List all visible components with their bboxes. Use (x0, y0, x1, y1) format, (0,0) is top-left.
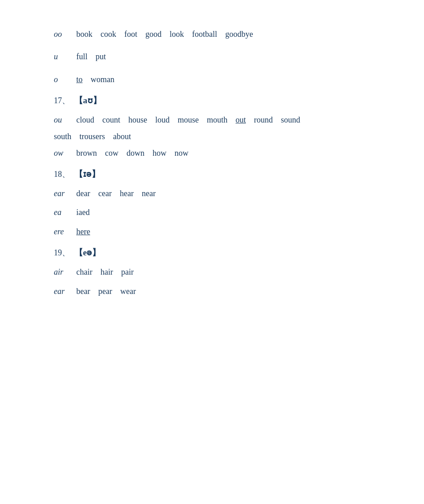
word-bear: bear (76, 284, 90, 298)
ere-label: ere (54, 224, 76, 239)
section-17-heading: 17、 【aʊ】 (54, 95, 370, 106)
word-hair: hair (101, 265, 113, 279)
word-loud: loud (155, 113, 170, 127)
word-wear: wear (120, 284, 136, 298)
word-near: near (142, 186, 156, 201)
ow-words: brown cow down how now (76, 146, 188, 160)
word-mouth: mouth (207, 113, 227, 127)
o-section: o to woman (54, 72, 370, 87)
word-pear: pear (98, 284, 112, 298)
word-here: here (76, 224, 90, 239)
section-18-number: 18、 (54, 169, 70, 180)
section-19-phonetic: 【eə】 (74, 247, 101, 259)
o-row: o to woman (54, 72, 370, 87)
section-18-phonetic: 【ɪə】 (74, 168, 100, 180)
word-football: football (192, 27, 217, 41)
ear2-words: bear pear wear (76, 284, 136, 298)
ea-row: ea iaed (54, 205, 370, 219)
word-good: good (145, 27, 162, 41)
word-foot: foot (124, 27, 137, 41)
ou-row: ou cloud count house loud mouse mouth ou… (54, 113, 370, 127)
word-now: now (175, 146, 188, 160)
word-book: book (76, 27, 92, 41)
ea-label: ea (54, 205, 76, 219)
section-17: 17、 【aʊ】 ou cloud count house loud mouse… (54, 95, 370, 160)
oo-words: book cook foot good look football goodby… (76, 27, 253, 41)
page-content: oo book cook foot good look football goo… (54, 27, 370, 298)
word-look: look (170, 27, 184, 41)
word-cloud: cloud (76, 113, 94, 127)
air-row: air chair hair pair (54, 265, 370, 279)
section-18-heading: 18、 【ɪə】 (54, 168, 370, 180)
word-pair: pair (121, 265, 134, 279)
section-19: 19、 【eə】 air chair hair pair ear bear pe… (54, 247, 370, 298)
word-full: full (76, 49, 87, 64)
air-label: air (54, 265, 76, 279)
oo-label: oo (54, 27, 76, 41)
u-row: u full put (54, 49, 370, 64)
ear2-row: ear bear pear wear (54, 284, 370, 298)
word-hear: hear (120, 186, 134, 201)
word-mouse: mouse (178, 113, 199, 127)
o-label: o (54, 72, 76, 87)
ear2-label: ear (54, 284, 76, 298)
section-18: 18、 【ɪə】 ear dear cear hear near ea iaed… (54, 168, 370, 239)
word-chair: chair (76, 265, 92, 279)
word-iaed: iaed (76, 205, 90, 219)
word-out: out (236, 113, 246, 127)
word-to: to (76, 72, 83, 87)
ear-words: dear cear hear near (76, 186, 156, 201)
word-down: down (127, 146, 144, 160)
word-south: south (54, 132, 71, 141)
o-words: to woman (76, 72, 114, 87)
ear-label: ear (54, 186, 76, 201)
ere-words: here (76, 224, 90, 239)
ea-words: iaed (76, 205, 90, 219)
section-19-number: 19、 (54, 247, 70, 258)
ou-words: cloud count house loud mouse mouth out r… (76, 113, 300, 127)
word-how: how (153, 146, 166, 160)
section-19-heading: 19、 【eə】 (54, 247, 370, 259)
section-17-phonetic: 【aʊ】 (74, 95, 101, 106)
word-trousers: trousers (79, 132, 105, 141)
word-count: count (102, 113, 120, 127)
ow-row: ow brown cow down how now (54, 146, 370, 160)
air-words: chair hair pair (76, 265, 134, 279)
oo-row: oo book cook foot good look football goo… (54, 27, 370, 41)
ow-label: ow (54, 146, 76, 160)
word-sound: sound (281, 113, 300, 127)
section-17-number: 17、 (54, 95, 70, 106)
u-words: full put (76, 49, 106, 64)
word-house: house (128, 113, 147, 127)
word-put: put (96, 49, 106, 64)
ou-label: ou (54, 113, 76, 127)
u-label: u (54, 49, 76, 64)
oo-section: oo book cook foot good look football goo… (54, 27, 370, 41)
word-goodbye: goodbye (225, 27, 253, 41)
ear-row: ear dear cear hear near (54, 186, 370, 201)
ou-continuation: south trousers about (54, 132, 370, 141)
word-woman: woman (91, 72, 114, 87)
word-round: round (254, 113, 273, 127)
word-dear: dear (76, 186, 90, 201)
u-section: u full put (54, 49, 370, 64)
ere-row: ere here (54, 224, 370, 239)
word-brown: brown (76, 146, 97, 160)
word-cook: cook (101, 27, 116, 41)
word-cear: cear (98, 186, 112, 201)
word-about: about (113, 132, 131, 141)
word-cow: cow (105, 146, 118, 160)
